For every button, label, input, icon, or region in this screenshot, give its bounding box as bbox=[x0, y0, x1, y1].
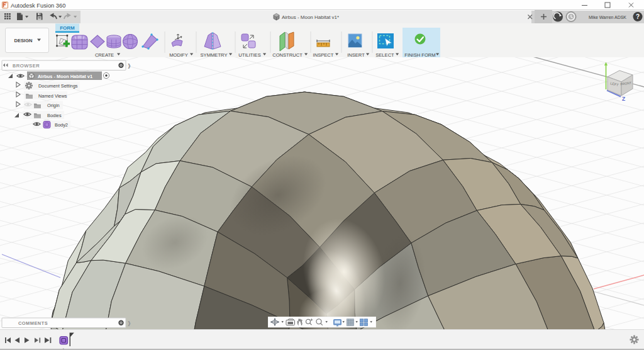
svg-text:Autodesk Fusion 360: Autodesk Fusion 360 bbox=[11, 3, 65, 9]
svg-text:FINISH FORM: FINISH FORM bbox=[404, 52, 435, 57]
svg-text:INSERT: INSERT bbox=[347, 52, 365, 57]
svg-text:SELECT: SELECT bbox=[375, 52, 394, 57]
svg-text:Airbus - Moon Habitat v1*: Airbus - Moon Habitat v1* bbox=[282, 14, 339, 20]
svg-text:❱: ❱ bbox=[127, 63, 131, 69]
svg-text:Bodies: Bodies bbox=[47, 113, 62, 118]
svg-text:DESIGN: DESIGN bbox=[14, 38, 32, 43]
svg-text:Z: Z bbox=[622, 96, 625, 102]
svg-text:INSPECT: INSPECT bbox=[313, 52, 334, 57]
svg-text:?: ? bbox=[636, 13, 640, 20]
svg-text:Airbus - Moon Habitat v1: Airbus - Moon Habitat v1 bbox=[38, 74, 92, 79]
svg-text:Body2: Body2 bbox=[55, 122, 68, 128]
svg-text:❱: ❱ bbox=[127, 320, 131, 326]
svg-text:COMMENTS: COMMENTS bbox=[18, 320, 48, 326]
svg-text:UTILITIES: UTILITIES bbox=[238, 52, 260, 57]
svg-text:BROWSER: BROWSER bbox=[13, 63, 40, 69]
svg-text:Named Views: Named Views bbox=[38, 93, 67, 99]
svg-text:SYMMETRY: SYMMETRY bbox=[201, 52, 228, 57]
svg-text:CREATE: CREATE bbox=[95, 52, 114, 57]
svg-text:MODIFY: MODIFY bbox=[169, 52, 188, 57]
svg-text:1: 1 bbox=[62, 347, 65, 350]
svg-text:Origin: Origin bbox=[47, 103, 60, 108]
svg-text:FORM: FORM bbox=[60, 25, 75, 31]
svg-text:Document Settings: Document Settings bbox=[38, 83, 78, 89]
svg-text:CONSTRUCT: CONSTRUCT bbox=[272, 52, 303, 57]
svg-text:Mike Warren ADSK: Mike Warren ADSK bbox=[589, 15, 626, 20]
